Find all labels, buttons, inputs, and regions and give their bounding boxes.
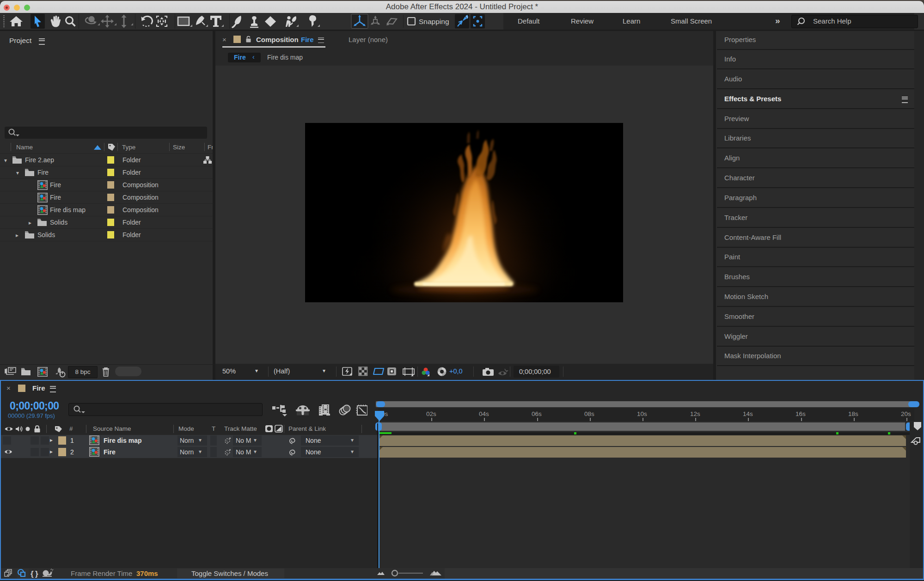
svg-text:Snapping: Snapping bbox=[419, 18, 449, 25]
svg-text:{ }: { } bbox=[31, 569, 38, 578]
